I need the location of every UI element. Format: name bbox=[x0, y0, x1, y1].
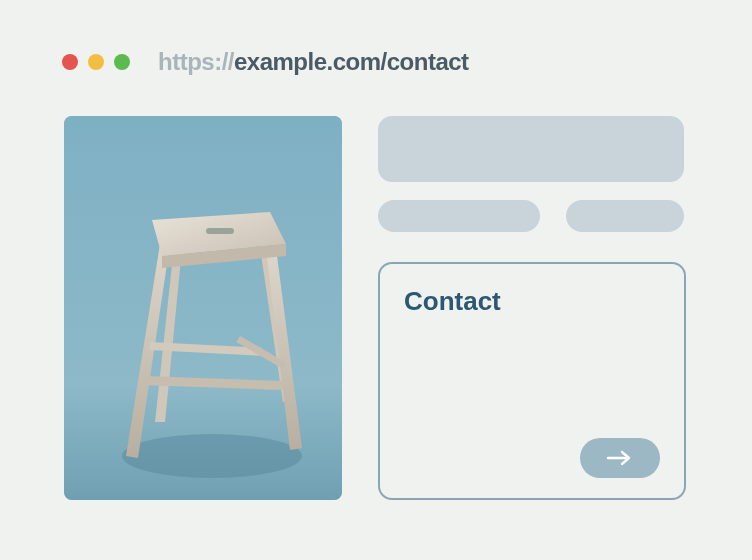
content-placeholder-small-2 bbox=[566, 200, 684, 232]
arrow-right-icon bbox=[606, 450, 634, 466]
minimize-window-dot[interactable] bbox=[88, 54, 104, 70]
svg-rect-10 bbox=[206, 228, 234, 234]
content-placeholder-large bbox=[378, 116, 684, 182]
content-placeholder-small-1 bbox=[378, 200, 540, 232]
stool-illustration bbox=[64, 116, 342, 500]
right-column: Contact bbox=[378, 116, 688, 500]
contact-title: Contact bbox=[404, 286, 660, 317]
address-bar[interactable]: https://example.com/contact bbox=[158, 48, 469, 76]
submit-button[interactable] bbox=[580, 438, 660, 478]
url-path: example.com/contact bbox=[234, 48, 469, 75]
contact-card: Contact bbox=[378, 262, 686, 500]
maximize-window-dot[interactable] bbox=[114, 54, 130, 70]
close-window-dot[interactable] bbox=[62, 54, 78, 70]
traffic-lights bbox=[62, 54, 130, 70]
url-protocol: https:// bbox=[158, 48, 234, 75]
svg-point-1 bbox=[122, 434, 302, 478]
placeholder-row bbox=[378, 200, 688, 232]
browser-header: https://example.com/contact bbox=[0, 0, 752, 76]
page-content: Contact bbox=[0, 76, 752, 500]
product-image bbox=[64, 116, 342, 500]
